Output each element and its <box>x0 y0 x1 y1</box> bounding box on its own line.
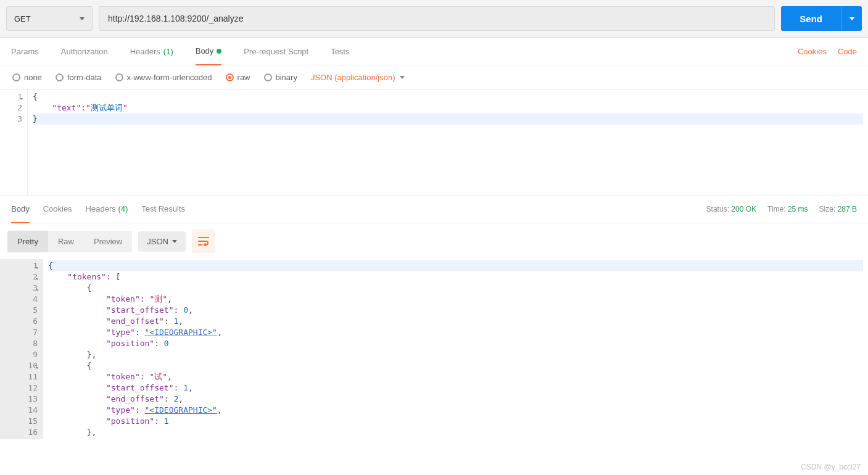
code-line: "token": "测", <box>48 294 863 305</box>
code-line: "end_offset": 2, <box>48 394 863 405</box>
code-line: "tokens": [ <box>48 271 863 283</box>
code-line: "position": 0 <box>48 338 863 349</box>
request-body-editor[interactable]: 1 2 3 { "text":"测试单词" } <box>0 90 868 195</box>
code-line: { <box>48 283 863 294</box>
code-line: "text":"测试单词" <box>33 102 863 114</box>
cookies-link[interactable]: Cookies <box>798 47 827 56</box>
send-button[interactable]: Send <box>781 6 841 31</box>
resp-tab-cookies[interactable]: Cookies <box>43 196 72 223</box>
resp-tab-headers[interactable]: Headers (4) <box>86 196 128 223</box>
response-body-editor[interactable]: 1 2 3 4 5 6 7 8 9 10 11 12 13 14 15 16 {… <box>0 259 868 439</box>
tab-params[interactable]: Params <box>11 38 39 65</box>
tab-tests[interactable]: Tests <box>331 38 349 65</box>
request-bar: GET Send <box>0 0 868 38</box>
body-type-row: none form-data x-www-form-urlencoded raw… <box>0 65 868 90</box>
code-line: { <box>48 260 863 271</box>
body-indicator-icon <box>217 49 221 54</box>
tab-prerequest[interactable]: Pre-request Script <box>244 38 308 65</box>
resp-tab-body[interactable]: Body <box>11 196 30 223</box>
code-line: "position": 1 <box>48 416 863 427</box>
code-line: "type": "<IDEOGRAPHIC>", <box>48 405 863 416</box>
response-format-select[interactable]: JSON <box>138 231 186 252</box>
response-toolbar: Pretty Raw Preview JSON <box>0 223 868 259</box>
resp-tab-tests[interactable]: Test Results <box>141 196 185 223</box>
chevron-down-icon <box>80 17 85 20</box>
code-lines: { "tokens": [ { "token": "测", "start_off… <box>43 259 868 439</box>
response-meta: Status: 200 OK Time: 25 ms Size: 287 B <box>706 205 857 213</box>
chevron-down-icon <box>172 240 177 243</box>
code-line: { <box>48 360 863 371</box>
size-meta: Size: 287 B <box>819 205 857 213</box>
code-line: "start_offset": 1, <box>48 382 863 394</box>
send-button-group: Send <box>781 6 862 31</box>
view-preview-button[interactable]: Preview <box>84 231 132 252</box>
radio-icon <box>226 73 234 81</box>
chevron-down-icon <box>849 17 854 20</box>
code-line: } <box>33 114 863 125</box>
tab-headers[interactable]: Headers (1) <box>130 38 173 65</box>
body-type-raw[interactable]: raw <box>226 73 250 82</box>
response-tabs: Body Cookies Headers (4) Test Results <box>11 196 185 223</box>
body-type-none[interactable]: none <box>12 73 42 82</box>
radio-icon <box>12 73 20 81</box>
url-input[interactable] <box>99 6 775 31</box>
radio-icon <box>264 73 272 81</box>
method-label: GET <box>14 14 31 23</box>
view-mode-segment: Pretty Raw Preview <box>7 231 132 252</box>
code-link[interactable]: Code <box>838 47 857 56</box>
chevron-down-icon <box>400 76 405 79</box>
code-line: }, <box>48 427 863 438</box>
tab-body[interactable]: Body <box>196 38 222 65</box>
code-line: { <box>33 91 863 102</box>
view-raw-button[interactable]: Raw <box>48 231 84 252</box>
body-type-binary[interactable]: binary <box>264 73 297 82</box>
wrap-lines-button[interactable] <box>192 229 215 253</box>
tab-authorization[interactable]: Authorization <box>61 38 108 65</box>
code-line: }, <box>48 349 863 360</box>
request-tabs: Params Authorization Headers (1) Body Pr… <box>11 38 349 65</box>
time-meta: Time: 25 ms <box>767 205 808 213</box>
code-line: "type": "<IDEOGRAPHIC>", <box>48 327 863 338</box>
code-lines: { "text":"测试单词" } <box>28 90 868 195</box>
wrap-icon <box>198 236 209 246</box>
gutter: 1 2 3 <box>0 90 28 195</box>
content-type-select[interactable]: JSON (application/json) <box>311 73 405 82</box>
resp-headers-count: (4) <box>118 204 128 213</box>
code-line: "start_offset": 0, <box>48 305 863 316</box>
code-line: "token": "试", <box>48 371 863 382</box>
body-type-formdata[interactable]: form-data <box>56 73 102 82</box>
view-pretty-button[interactable]: Pretty <box>7 231 48 252</box>
request-tabs-row: Params Authorization Headers (1) Body Pr… <box>0 38 868 65</box>
body-type-xform[interactable]: x-www-form-urlencoded <box>115 73 212 82</box>
response-header: Body Cookies Headers (4) Test Results St… <box>0 195 868 223</box>
radio-icon <box>115 73 123 81</box>
code-line: "end_offset": 1, <box>48 316 863 327</box>
send-dropdown-button[interactable] <box>841 6 862 31</box>
http-method-select[interactable]: GET <box>6 6 93 31</box>
gutter: 1 2 3 4 5 6 7 8 9 10 11 12 13 14 15 16 <box>0 259 43 439</box>
radio-icon <box>56 73 64 81</box>
status-meta: Status: 200 OK <box>706 205 756 213</box>
header-links: Cookies Code <box>798 47 857 56</box>
headers-count: (1) <box>163 47 173 56</box>
